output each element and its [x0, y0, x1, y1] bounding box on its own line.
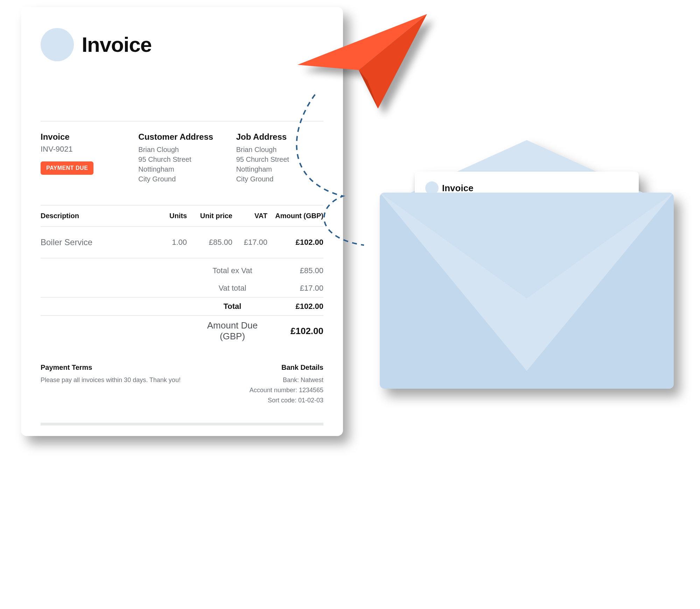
account-label: Account number:	[250, 387, 297, 394]
item-amount: £102.00	[271, 238, 323, 247]
bank-details-block: Bank Details Bank: Natwest Account numbe…	[250, 364, 323, 405]
customer-name: Brian Clough	[138, 145, 225, 154]
job-address-heading: Job Address	[236, 132, 323, 142]
customer-address-heading: Customer Address	[138, 132, 225, 142]
customer-city: Nottingham	[138, 164, 225, 174]
job-locality: City Ground	[236, 174, 323, 184]
invoice-meta: Invoice INV-9021 PAYMENT DUE Customer Ad…	[41, 121, 323, 184]
totals-vat-value: £17.00	[271, 284, 323, 293]
customer-address-block: Customer Address Brian Clough 95 Church …	[138, 132, 225, 184]
line-item-row: Boiler Service 1.00 £85.00 £17.00 £102.0…	[41, 227, 323, 258]
logo-circle-icon	[41, 28, 74, 61]
invoice-document: Invoice Invoice INV-9021 PAYMENT DUE Cus…	[21, 7, 343, 436]
totals-total-value: £102.00	[271, 302, 323, 311]
customer-locality: City Ground	[138, 174, 225, 184]
col-unit-price: Unit price	[190, 212, 232, 220]
bottom-rule	[41, 423, 323, 425]
item-description: Boiler Service	[41, 237, 152, 247]
job-city: Nottingham	[236, 164, 323, 174]
item-unit-price: £85.00	[190, 238, 232, 247]
bank-label: Bank:	[283, 376, 299, 383]
page-title: Invoice	[82, 33, 152, 57]
item-vat: £17.00	[236, 238, 267, 247]
totals-ex-vat-value: £85.00	[271, 266, 323, 275]
col-amount: Amount (GBP)	[271, 212, 323, 220]
envelope-body	[380, 193, 674, 389]
invoice-header: Invoice	[41, 28, 323, 61]
bank-details-heading: Bank Details	[250, 364, 323, 372]
col-units: Units	[155, 212, 187, 220]
job-street: 95 Church Street	[236, 154, 323, 164]
mini-title: Invoice	[442, 183, 474, 194]
invoice-heading: Invoice	[41, 132, 128, 142]
payment-terms-block: Payment Terms Please pay all invoices wi…	[41, 364, 181, 405]
totals-vat-label: Vat total	[194, 284, 271, 293]
totals-total-label: Total	[194, 302, 271, 311]
invoice-footer: Payment Terms Please pay all invoices wi…	[41, 364, 323, 405]
totals-block: Total ex Vat £85.00 Vat total £17.00 Tot…	[41, 262, 323, 346]
sort-label: Sort code:	[268, 397, 296, 404]
job-name: Brian Clough	[236, 145, 323, 154]
bank-value: Natwest	[301, 376, 323, 383]
invoice-number: INV-9021	[41, 145, 128, 154]
account-value: 1234565	[299, 387, 323, 394]
line-items-block: Description Units Unit price VAT Amount …	[41, 205, 323, 258]
payment-due-badge: PAYMENT DUE	[41, 161, 93, 175]
invoice-id-block: Invoice INV-9021 PAYMENT DUE	[41, 132, 128, 184]
paper-plane-icon	[298, 14, 427, 112]
totals-due-label: Amount Due (GBP)	[194, 320, 271, 342]
line-items-header: Description Units Unit price VAT Amount …	[41, 206, 323, 227]
envelope-illustration: Invoice Invoice INV-9021 PAYMENT DUE Cus…	[380, 193, 674, 389]
payment-terms-text: Please pay all invoices within 30 days. …	[41, 375, 181, 385]
payment-terms-heading: Payment Terms	[41, 364, 181, 372]
totals-ex-vat-label: Total ex Vat	[194, 266, 271, 275]
sort-value: 01-02-03	[298, 397, 323, 404]
customer-street: 95 Church Street	[138, 154, 225, 164]
col-vat: VAT	[236, 212, 267, 220]
item-units: 1.00	[155, 238, 187, 247]
job-address-block: Job Address Brian Clough 95 Church Stree…	[236, 132, 323, 184]
totals-due-value: £102.00	[271, 326, 323, 337]
col-description: Description	[41, 212, 152, 220]
